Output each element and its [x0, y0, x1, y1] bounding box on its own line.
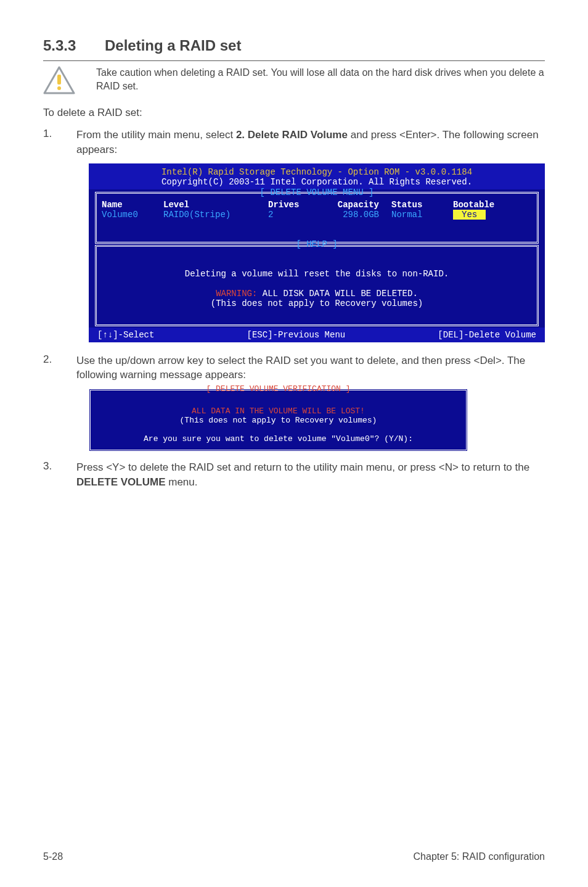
step-3-after: menu.: [166, 476, 198, 488]
row-name: Volume0: [102, 210, 163, 220]
confirm-recovery: (This does not apply to Recovery volumes…: [97, 416, 460, 425]
delete-volume-panel: [ DELETE VOLUME MENU ] Name Level Drives…: [95, 192, 539, 244]
step-number: 3.: [43, 460, 76, 490]
bootable-value: Yes: [453, 210, 486, 220]
col-bootable: Bootable: [453, 200, 532, 210]
col-drives: Drives: [268, 200, 317, 210]
confirm-body: ALL DATA IN THE VOLUME WILL BE LOST! (Th…: [97, 397, 460, 444]
step-1-bold: 2. Delete RAID Volume: [236, 129, 348, 141]
confirm-lost: ALL DATA IN THE VOLUME WILL BE LOST!: [97, 406, 460, 416]
chapter-label: Chapter 5: RAID configuration: [414, 851, 545, 862]
caution-block: Take caution when deleting a RAID set. Y…: [43, 66, 545, 94]
help-panel: [ HELP ] Deleting a volume will reset th…: [95, 245, 539, 326]
bios-title-2: Copyright(C) 2003-11 Intel Corporation. …: [95, 177, 539, 187]
volume-row: Volume0 RAID0(Stripe) 2 298.0GB Normal Y…: [102, 210, 532, 220]
warning-label: WARNING:: [216, 289, 257, 299]
col-name: Name: [102, 200, 163, 210]
help-body: Deleting a volume will reset the disks t…: [97, 255, 537, 312]
bios-title-1: Intel(R) Rapid Storage Technology - Opti…: [95, 167, 539, 177]
row-capacity: 298.0GB: [317, 210, 391, 220]
heading-title: Deleting a RAID set: [105, 37, 241, 54]
step-2: 2. Use the up/down arrow key to select t…: [43, 353, 545, 383]
page-number: 5-28: [43, 851, 63, 862]
help-warning-line: WARNING: ALL DISK DATA WILL BE DELETED.: [103, 289, 531, 299]
step-3: 3. Press <Y> to delete the RAID set and …: [43, 460, 545, 490]
row-level: RAID0(Stripe): [163, 210, 268, 220]
row-drives: 2: [268, 210, 317, 220]
bottom-delete: [DEL]-Delete Volume: [438, 330, 536, 340]
step-number: 1.: [43, 128, 76, 157]
col-capacity: Capacity: [317, 200, 391, 210]
page-footer: 5-28 Chapter 5: RAID configuration: [43, 851, 545, 862]
caution-icon: [43, 66, 75, 94]
step-text: From the utility main menu, select 2. De…: [76, 128, 545, 157]
bios-bottom-bar: [↑↓]-Select [ESC]-Previous Menu [DEL]-De…: [89, 328, 545, 342]
help-line-1: Deleting a volume will reset the disks t…: [103, 269, 531, 279]
divider: [43, 60, 545, 61]
step-1: 1. From the utility main menu, select 2.…: [43, 128, 545, 157]
step-text: Press <Y> to delete the RAID set and ret…: [76, 460, 545, 490]
step-3-before: Press <Y> to delete the RAID set and ret…: [76, 461, 529, 473]
bios-header: Intel(R) Rapid Storage Technology - Opti…: [89, 163, 545, 189]
step-1-before: From the utility main menu, select: [76, 129, 236, 141]
step-number: 2.: [43, 353, 76, 383]
help-line-2: ALL DISK DATA WILL BE DELETED.: [257, 289, 417, 299]
step-text: Use the up/down arrow key to select the …: [76, 353, 545, 383]
svg-rect-1: [57, 75, 61, 85]
row-status: Normal: [391, 210, 453, 220]
caution-text: Take caution when deleting a RAID set. Y…: [96, 66, 545, 93]
confirm-question: Are you sure you want to delete volume "…: [97, 434, 460, 444]
confirm-title: [ DELETE VOLUME VERIFICATION ]: [97, 384, 460, 394]
help-line-3: (This does not apply to Recovery volumes…: [103, 299, 531, 308]
row-bootable: Yes: [453, 210, 532, 220]
step-3-bold: DELETE VOLUME: [76, 476, 166, 488]
panel-title: [ DELETE VOLUME MENU ]: [102, 188, 532, 197]
col-level: Level: [163, 200, 268, 210]
svg-point-2: [57, 86, 61, 90]
volume-header: Name Level Drives Capacity Status Bootab…: [102, 200, 532, 210]
bios-screen: Intel(R) Rapid Storage Technology - Opti…: [89, 163, 545, 342]
intro-text: To delete a RAID set:: [43, 107, 545, 119]
bottom-escape: [ESC]-Previous Menu: [247, 330, 346, 340]
heading-number: 5.3.3: [43, 37, 105, 54]
confirm-dialog: [ DELETE VOLUME VERIFICATION ] ALL DATA …: [89, 389, 468, 452]
section-heading: 5.3.3 Deleting a RAID set: [43, 37, 545, 54]
col-status: Status: [391, 200, 453, 210]
help-title: [ HELP ]: [97, 239, 537, 249]
bottom-select: [↑↓]-Select: [97, 330, 154, 340]
